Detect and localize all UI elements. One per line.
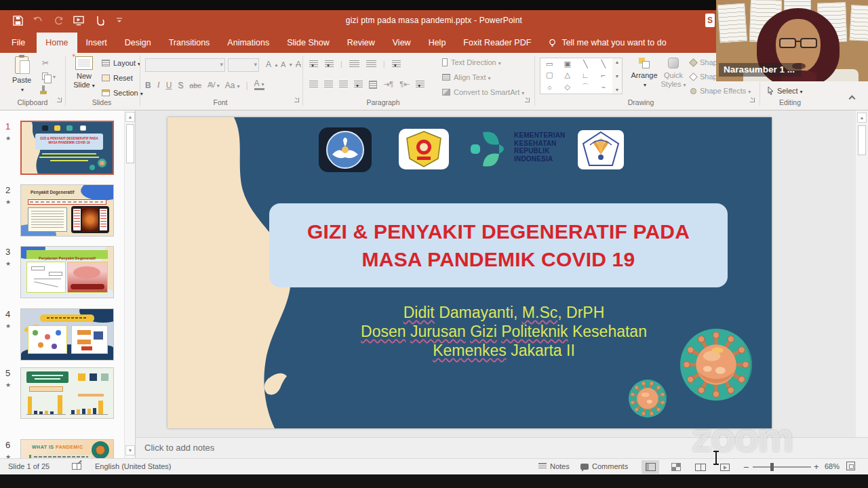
tab-home[interactable]: Home: [37, 33, 77, 53]
convert-smartart-button[interactable]: Convert to SmartArt: [442, 88, 524, 96]
change-case-button[interactable]: Aa: [225, 81, 240, 90]
shrink-font-button[interactable]: A▼: [281, 60, 293, 68]
clipboard-dialog-launcher[interactable]: [57, 98, 62, 103]
cut-button[interactable]: ✂: [42, 58, 49, 68]
line-spacing-button[interactable]: [392, 60, 401, 68]
thumbnail-slide-3[interactable]: Perjalanan Penyakit Degeneratif: [20, 246, 114, 298]
thumb-star-5[interactable]: ★: [5, 382, 11, 388]
collapse-ribbon-button[interactable]: [849, 96, 856, 102]
thumbnail-slide-5[interactable]: [20, 367, 114, 419]
numbering-button[interactable]: [325, 60, 334, 68]
paragraph-dialog-launcher[interactable]: [525, 98, 530, 103]
shape-effects-button[interactable]: Shape Effects: [690, 87, 751, 95]
font-color-button[interactable]: A: [254, 80, 264, 90]
comments-toggle-button[interactable]: Comments: [580, 462, 628, 470]
quick-styles-button[interactable]: Quick Styles: [659, 58, 688, 89]
add-remove-columns-button[interactable]: [416, 81, 425, 88]
tab-insert[interactable]: Insert: [77, 33, 116, 53]
tab-slide-show[interactable]: Slide Show: [278, 33, 338, 53]
shape-glyph-8[interactable]: ○: [547, 83, 552, 92]
arrange-button[interactable]: Arrange: [629, 58, 659, 89]
thumb-star-6[interactable]: ★: [5, 453, 11, 458]
slide-counter[interactable]: Slide 1 of 25: [8, 462, 50, 470]
virus-graphic-large[interactable]: [680, 329, 752, 401]
view-slide-sorter-button[interactable]: [667, 460, 685, 474]
tab-transitions[interactable]: Transitions: [160, 33, 219, 53]
grow-font-button[interactable]: A▲: [266, 60, 279, 69]
align-text-button[interactable]: Align Text: [442, 73, 491, 81]
thumbnail-slide-2[interactable]: Penyakit Degeneratif: [20, 184, 114, 237]
thumb-star-4[interactable]: ★: [5, 323, 11, 329]
text-direction-button[interactable]: Text Direction: [442, 58, 501, 66]
font-dialog-launcher[interactable]: [294, 98, 300, 103]
zoom-slider-thumb[interactable]: [770, 463, 774, 471]
reset-button[interactable]: Reset: [102, 74, 133, 82]
shape-gallery-scroll[interactable]: ▲▼▼: [612, 58, 623, 94]
section-button[interactable]: Section: [102, 89, 143, 97]
copy-button[interactable]: [42, 72, 56, 80]
thumb-scroll-up[interactable]: ▲: [125, 112, 135, 122]
italic-button[interactable]: I: [157, 80, 160, 90]
tab-file[interactable]: File: [0, 33, 37, 53]
char-spacing-button[interactable]: AV: [208, 81, 219, 89]
tab-view[interactable]: View: [384, 33, 420, 53]
tab-design[interactable]: Design: [116, 33, 160, 53]
thumbnail-slide-6[interactable]: WHAT IS PANDEMIC: [20, 439, 114, 458]
thumb-scroll-thumb[interactable]: [126, 124, 134, 163]
shape-glyph-9[interactable]: ◇: [565, 83, 570, 92]
logo-university-shield[interactable]: [399, 129, 449, 169]
main-scrollbar[interactable]: ▲: [856, 110, 868, 437]
tab-animations[interactable]: Animations: [218, 33, 278, 53]
fit-to-window-button[interactable]: [846, 462, 855, 470]
bullets-button[interactable]: [309, 60, 318, 68]
share-button-partial[interactable]: S: [705, 14, 715, 27]
shape-glyph-6[interactable]: ∟: [582, 71, 589, 79]
text-shadow-button[interactable]: S: [178, 81, 183, 90]
slide-title-box[interactable]: GIZI & PENYAKIT DEGENERATIF PADA MASA PA…: [269, 203, 728, 287]
decrease-indent-button[interactable]: [349, 60, 359, 68]
select-button[interactable]: Select: [768, 87, 803, 95]
shape-glyph-5[interactable]: △: [565, 70, 570, 79]
logo-poltekkes[interactable]: [578, 130, 624, 169]
main-scroll-up[interactable]: ▲: [857, 113, 867, 123]
paste-button[interactable]: Paste: [5, 56, 38, 94]
virus-graphic-small[interactable]: [629, 380, 667, 418]
shape-glyph-10[interactable]: ⌒: [582, 82, 589, 92]
font-size-combo[interactable]: [228, 58, 259, 72]
thumbnail-slide-4[interactable]: [20, 308, 114, 361]
layout-button[interactable]: Layout: [102, 59, 140, 67]
tab-help[interactable]: Help: [420, 33, 455, 53]
logo-kemenkes-icon[interactable]: [469, 128, 511, 170]
clear-formatting-button[interactable]: A: [296, 60, 301, 69]
rtl-direction-button[interactable]: ¶⇤: [399, 80, 410, 89]
thumbnail-slide-1[interactable]: GIZI & PENYAKIT DEGENERATIF PADAMASA PAN…: [20, 121, 114, 175]
ltr-direction-button[interactable]: ⇥¶: [383, 80, 393, 89]
view-reading-button[interactable]: [692, 460, 709, 474]
shape-glyph-7[interactable]: ⌐: [601, 71, 606, 79]
format-painter-button[interactable]: [42, 85, 45, 94]
justify-button[interactable]: [354, 81, 363, 88]
new-slide-button[interactable]: New Slide: [69, 56, 99, 90]
increase-indent-button[interactable]: [366, 60, 376, 68]
shape-glyph-3[interactable]: ╲: [601, 60, 606, 68]
zoom-in-button[interactable]: +: [814, 462, 819, 472]
shape-glyph-2[interactable]: ╲: [583, 60, 588, 68]
columns-button[interactable]: [369, 81, 377, 89]
thumb-star-1[interactable]: ★: [5, 135, 11, 142]
bold-button[interactable]: B: [145, 81, 151, 90]
align-left-button[interactable]: [309, 81, 318, 88]
tab-foxit-reader-pdf[interactable]: Foxit Reader PDF: [454, 33, 540, 53]
spell-check-icon[interactable]: [72, 463, 81, 470]
zoom-level[interactable]: 68%: [825, 462, 840, 470]
font-name-combo[interactable]: [145, 58, 225, 72]
zoom-slider-track[interactable]: [753, 466, 811, 468]
slide-author-box[interactable]: Didit Damayanti, M.Sc, DrPHDosen Jurusan…: [287, 303, 721, 360]
shape-glyph-0[interactable]: ▭: [546, 60, 553, 68]
notes-placeholder[interactable]: Click to add notes: [144, 443, 214, 453]
tab-review[interactable]: Review: [338, 33, 384, 53]
notes-toggle-button[interactable]: Notes: [538, 462, 570, 470]
slide-canvas[interactable]: KEMENTERIANKESEHATANREPUBLIKINDONESIA GI…: [167, 117, 772, 428]
thumb-star-3[interactable]: ★: [5, 260, 11, 267]
thumb-scroll-down[interactable]: ▼: [125, 445, 135, 455]
underline-button[interactable]: U: [166, 81, 172, 90]
